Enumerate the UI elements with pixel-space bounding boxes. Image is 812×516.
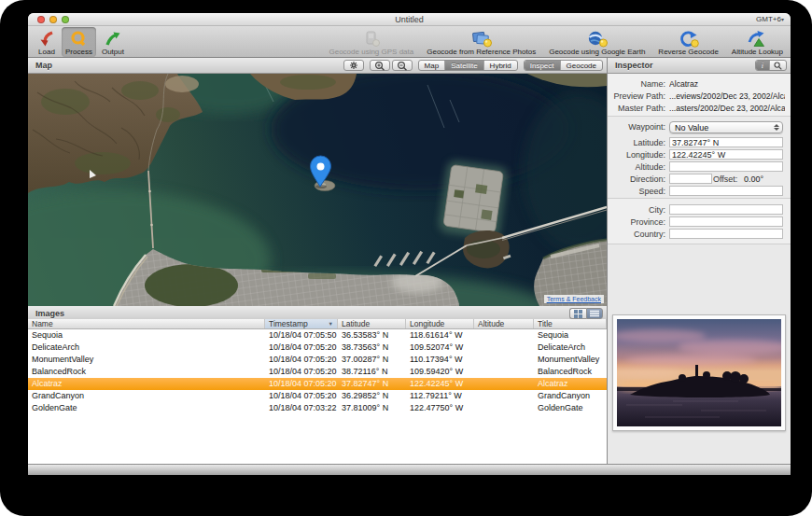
zoom-button[interactable] <box>62 16 69 23</box>
table-row[interactable]: GoldenGate 10/18/04 07:03:22 PM 37.81009… <box>28 402 607 414</box>
stepper-arrows-icon <box>774 124 779 131</box>
altitude-field[interactable] <box>669 161 783 172</box>
gps-device-icon <box>361 29 382 48</box>
column-header-altitude[interactable]: Altitude <box>474 319 534 328</box>
map-type-hybrid[interactable]: Hybrid <box>484 61 517 70</box>
process-icon <box>69 29 88 48</box>
map-settings-button[interactable] <box>343 60 364 71</box>
province-field[interactable] <box>669 216 783 227</box>
images-table-body: Sequoia 10/18/04 07:05:50 PM 36.53583° N… <box>28 329 607 464</box>
satellite-map[interactable]: Terms & Feedback <box>28 74 607 306</box>
toolbar: Load Process Output Geocode using GPS <box>28 26 791 58</box>
titlebar: Untitled GMT+6▾ <box>28 13 791 26</box>
chevron-down-icon: ▾ <box>781 17 784 22</box>
table-row[interactable]: GrandCanyon 10/18/04 07:05:20 PM 36.2985… <box>28 390 607 402</box>
latitude-field[interactable]: 37.82747° N <box>669 137 783 147</box>
geocode-reference-photos-button[interactable]: Geocode from Reference Photos <box>423 27 539 57</box>
map-type-satellite[interactable]: Satellite <box>445 61 483 70</box>
inspector-preview-section <box>608 244 791 463</box>
grid-view-button[interactable] <box>569 308 586 319</box>
map-type-map[interactable]: Map <box>419 61 446 70</box>
tool-geocode[interactable]: Geocode <box>561 61 602 70</box>
content-area: Map Map Satellite <box>28 58 791 464</box>
zoom-in-icon <box>373 61 386 71</box>
altitude-lookup-icon <box>746 29 768 48</box>
direction-field[interactable] <box>669 174 712 184</box>
inspector-panel-title: Inspector <box>611 61 653 70</box>
tool-inspect[interactable]: Inspect <box>525 61 561 70</box>
map-panel-header: Map Map Satellite <box>28 58 607 74</box>
altitude-lookup-button[interactable]: Altitude Lookup <box>728 27 787 57</box>
minimize-button[interactable] <box>49 16 57 23</box>
sort-descending-icon: ▼ <box>329 319 333 328</box>
google-earth-icon <box>586 29 609 48</box>
inspector-gps-section: Waypoint: No Value Latitude: 37.82747° N… <box>608 117 791 199</box>
process-button[interactable]: Process <box>62 27 96 57</box>
map-tool-segmented-control: Inspect Geocode <box>524 60 603 71</box>
inspector-identity-section: Name: Alcatraz Preview Path: ...eviews/2… <box>608 74 791 117</box>
table-row[interactable]: DelicateArch 10/18/04 07:05:20 PM 38.735… <box>28 342 607 354</box>
column-header-title[interactable]: Title <box>534 319 607 328</box>
photo-thumbnail <box>612 314 786 431</box>
map-pane: Map Map Satellite <box>28 58 607 464</box>
screen-frame: Untitled GMT+6▾ Load Process Output <box>0 0 812 516</box>
list-view-button[interactable] <box>586 308 603 319</box>
table-row[interactable]: MonumentValley 10/18/04 07:05:20 PM 37.0… <box>28 354 607 366</box>
reverse-geocode-button[interactable]: Reverse Geocode <box>654 27 721 57</box>
search-icon <box>774 62 782 70</box>
map-type-segmented-control: Map Satellite Hybrid <box>418 60 518 71</box>
window-title: Untitled <box>28 15 791 24</box>
reverse-geocode-icon <box>678 29 700 48</box>
inspector-panel-header: Inspector i <box>608 58 791 74</box>
column-header-name[interactable]: Name <box>28 319 265 328</box>
load-icon <box>37 29 56 48</box>
column-header-timestamp[interactable]: Timestamp▼ <box>265 319 338 328</box>
inspector-location-section: City: Province: Country: <box>608 199 791 244</box>
country-field[interactable] <box>669 229 783 239</box>
master-path-value: ...asters/2002/Dec 23, 2002/Alcatraz.tif <box>669 103 785 114</box>
table-row[interactable]: Alcatraz 10/18/04 07:05:20 PM 37.82747° … <box>28 378 607 390</box>
offset-value: 0.00° <box>744 174 763 185</box>
images-table-header: Name Timestamp▼ Latitude Longitude Altit… <box>28 319 607 329</box>
column-header-longitude[interactable]: Longitude <box>406 319 474 328</box>
map-zoom-out-button[interactable] <box>392 60 413 71</box>
inspector-mode-segmented-control: i <box>755 60 787 71</box>
map-panel-title: Map <box>32 61 52 70</box>
reference-photos-icon <box>470 29 493 48</box>
output-button[interactable]: Output <box>98 27 128 57</box>
load-button[interactable]: Load <box>34 27 60 57</box>
map-attribution-link[interactable]: Terms & Feedback <box>544 295 604 303</box>
timezone-menu[interactable]: GMT+6▾ <box>756 15 784 23</box>
app-window: Untitled GMT+6▾ Load Process Output <box>28 13 791 475</box>
output-icon <box>104 29 122 48</box>
inspector-info-tab[interactable]: i <box>756 61 770 70</box>
table-row[interactable]: Sequoia 10/18/04 07:05:50 PM 36.53583° N… <box>28 329 607 342</box>
status-bar <box>28 464 791 475</box>
city-field[interactable] <box>669 204 783 215</box>
preview-path-value: ...eviews/2002/Dec 23, 2002/Alcatraz.tif <box>669 91 785 102</box>
longitude-field[interactable]: 122.42245° W <box>669 149 783 160</box>
column-header-latitude[interactable]: Latitude <box>338 319 406 328</box>
waypoint-dropdown[interactable]: No Value <box>669 121 783 133</box>
table-row[interactable]: BalancedRock 10/18/04 07:05:20 PM 38.721… <box>28 366 607 378</box>
gear-icon <box>347 61 360 70</box>
geocode-gps-button: Geocode using GPS data <box>325 27 417 57</box>
images-panel-title: Images <box>32 309 64 318</box>
list-view-icon <box>590 310 599 317</box>
grid-view-icon <box>574 310 582 318</box>
inspector-pane: Inspector i Name: Alcatraz Preview Path:… <box>608 58 791 464</box>
map-zoom-in-button[interactable] <box>370 60 390 71</box>
inspector-search-tab[interactable] <box>770 61 786 70</box>
name-value: Alcatraz <box>669 78 785 90</box>
geocode-google-earth-button[interactable]: Geocode using Google Earth <box>545 27 649 57</box>
close-button[interactable] <box>37 16 45 23</box>
zoom-out-icon <box>396 61 409 71</box>
speed-field[interactable] <box>669 186 783 196</box>
